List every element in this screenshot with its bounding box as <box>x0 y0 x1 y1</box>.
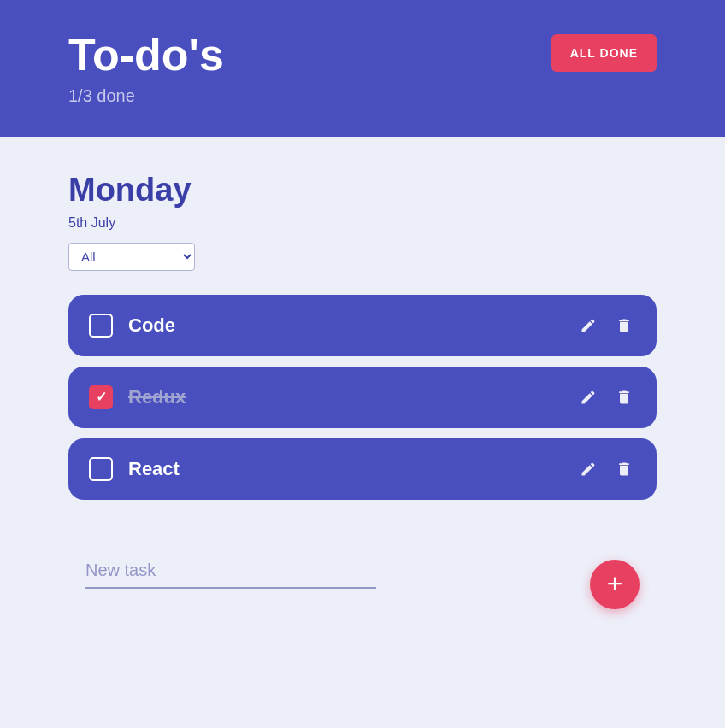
task-checkbox-2[interactable] <box>89 385 113 409</box>
delete-task-1-button[interactable] <box>612 314 636 338</box>
task-left: Redux <box>89 385 186 409</box>
task-item: Code <box>68 295 657 356</box>
task-actions-1 <box>576 314 636 338</box>
day-title: Monday <box>68 171 657 210</box>
header-left: To-do's 1/3 done <box>68 31 224 106</box>
add-task-button[interactable]: + <box>590 560 640 609</box>
task-label-2: Redux <box>128 386 186 408</box>
edit-task-1-button[interactable] <box>576 314 600 338</box>
task-item: React <box>68 438 657 500</box>
app-header: To-do's 1/3 done ALL DONE <box>0 0 725 137</box>
new-task-area: + <box>68 534 657 609</box>
day-date: 5th July <box>68 215 657 231</box>
task-item: Redux <box>68 367 657 428</box>
task-left: Code <box>89 314 175 338</box>
task-actions-2 <box>576 385 636 409</box>
task-actions-3 <box>576 457 636 481</box>
task-label-1: Code <box>128 314 175 337</box>
task-list: Code Redux <box>68 295 657 500</box>
delete-task-2-button[interactable] <box>612 385 636 409</box>
delete-task-3-button[interactable] <box>612 457 636 481</box>
edit-task-2-button[interactable] <box>576 385 600 409</box>
app-title: To-do's <box>68 31 224 79</box>
filter-select[interactable]: AllDonePending <box>68 243 195 271</box>
task-checkbox-3[interactable] <box>89 457 113 481</box>
task-checkbox-1[interactable] <box>89 314 113 338</box>
main-content: Monday 5th July AllDonePending Code <box>0 137 725 643</box>
task-label-3: React <box>128 458 180 480</box>
all-done-button[interactable]: ALL DONE <box>551 34 657 72</box>
new-task-input[interactable] <box>85 554 376 589</box>
task-left: React <box>89 457 180 481</box>
progress-subtitle: 1/3 done <box>68 86 224 106</box>
edit-task-3-button[interactable] <box>576 457 600 481</box>
